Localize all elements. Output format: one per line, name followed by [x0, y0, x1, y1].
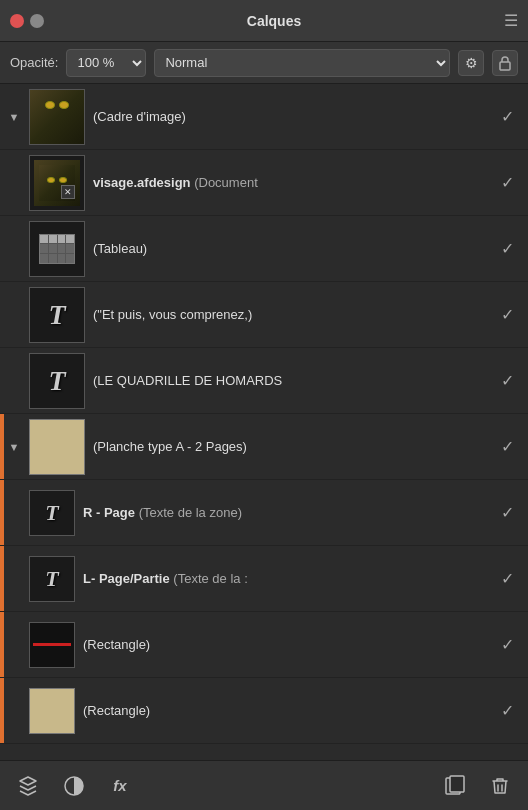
layer-expand[interactable]: ▼: [4, 111, 24, 123]
opacity-select[interactable]: 100 % 75 % 50 % 25 %: [66, 49, 146, 77]
layer-row[interactable]: T (LE QUADRILLE DE HOMARDS ✓: [0, 348, 528, 414]
layer-name: visage.afdesign (Document: [93, 175, 490, 190]
fx-icon[interactable]: fx: [104, 770, 136, 802]
layer-thumbnail: [29, 688, 75, 734]
layer-accent: [0, 282, 4, 347]
opacity-label: Opacité:: [10, 55, 58, 70]
layer-visibility-check[interactable]: ✓: [496, 568, 518, 590]
layer-row[interactable]: T R - Page (Texte de la zone) ✓: [0, 480, 528, 546]
layer-visibility-check[interactable]: ✓: [496, 502, 518, 524]
layer-name: (Rectangle): [83, 703, 490, 718]
layer-name: (Planche type A - 2 Pages): [93, 439, 490, 454]
delete-icon[interactable]: [484, 770, 516, 802]
layer-info: (Planche type A - 2 Pages): [93, 439, 490, 454]
panel-title: Calques: [44, 13, 504, 29]
thumbnail-tableau: [39, 234, 75, 264]
svg-rect-0: [500, 62, 510, 70]
layer-thumbnail: T: [29, 353, 85, 409]
layer-accent: [0, 678, 4, 743]
controls-row: Opacité: 100 % 75 % 50 % 25 % Normal Mul…: [0, 42, 528, 84]
thumbnail-owl: [47, 177, 67, 183]
layer-info: (Rectangle): [83, 637, 490, 652]
layer-thumbnail: ✕: [29, 155, 85, 211]
thumbnail-text: T: [48, 365, 65, 397]
layer-row[interactable]: ▼ (Planche type A - 2 Pages) ✓: [0, 414, 528, 480]
layer-thumbnail: T: [29, 490, 75, 536]
layer-accent: [0, 480, 4, 545]
layer-row[interactable]: ▼ (Cadre d'image) ✓: [0, 84, 528, 150]
layer-row[interactable]: (Rectangle) ✓: [0, 612, 528, 678]
thumbnail-decoration: ✕: [39, 165, 75, 201]
layer-visibility-check[interactable]: ✓: [496, 106, 518, 128]
layer-name: R - Page (Texte de la zone): [83, 505, 490, 520]
layer-thumbnail: [29, 419, 85, 475]
layer-visibility-check[interactable]: ✓: [496, 436, 518, 458]
layer-info: ("Et puis, vous comprenez,): [93, 307, 490, 322]
window-controls: [10, 14, 44, 28]
svg-rect-3: [450, 776, 464, 792]
drag-button[interactable]: [30, 14, 44, 28]
layer-info: R - Page (Texte de la zone): [83, 505, 490, 520]
layer-row[interactable]: T ("Et puis, vous comprenez,) ✓: [0, 282, 528, 348]
blend-mode-select[interactable]: Normal Multiply Screen Overlay: [154, 49, 450, 77]
layer-info: (Rectangle): [83, 703, 490, 718]
layer-visibility-check[interactable]: ✓: [496, 700, 518, 722]
layer-name: L- Page/Partie (Texte de la :: [83, 571, 490, 586]
layer-info: (LE QUADRILLE DE HOMARDS: [93, 373, 490, 388]
lock-icon[interactable]: [492, 50, 518, 76]
layer-visibility-check[interactable]: ✓: [496, 634, 518, 656]
menu-icon[interactable]: ☰: [504, 11, 518, 30]
layer-accent: [0, 546, 4, 611]
layer-row[interactable]: (Tableau) ✓: [0, 216, 528, 282]
layer-info: visage.afdesign (Document: [93, 175, 490, 190]
thumbnail-text: T: [48, 299, 65, 331]
layer-name: (Rectangle): [83, 637, 490, 652]
layer-accent: [0, 150, 4, 215]
layer-row[interactable]: ✕ visage.afdesign (Document ✓: [0, 150, 528, 216]
layer-thumbnail: T: [29, 556, 75, 602]
close-button[interactable]: [10, 14, 24, 28]
layer-accent: [0, 216, 4, 281]
layer-thumbnail: [29, 622, 75, 668]
thumbnail-rect-red: [30, 622, 74, 668]
layers-stack-icon[interactable]: [12, 770, 44, 802]
thumbnail-text: T: [45, 500, 58, 526]
layer-visibility-check[interactable]: ✓: [496, 370, 518, 392]
thumbnail-decoration: [45, 101, 69, 109]
layer-thumbnail: [29, 221, 85, 277]
layers-list: ▼ (Cadre d'image) ✓: [0, 84, 528, 760]
layer-expand[interactable]: ▼: [4, 441, 24, 453]
layer-thumbnail: T: [29, 287, 85, 343]
layer-row[interactable]: T L- Page/Partie (Texte de la : ✓: [0, 546, 528, 612]
layer-accent: [0, 612, 4, 677]
circle-icon[interactable]: [58, 770, 90, 802]
layer-visibility-check[interactable]: ✓: [496, 238, 518, 260]
layer-visibility-check[interactable]: ✓: [496, 172, 518, 194]
layer-info: L- Page/Partie (Texte de la :: [83, 571, 490, 586]
thumbnail-text: T: [45, 566, 58, 592]
layer-name: (Cadre d'image): [93, 109, 490, 124]
layer-name: (LE QUADRILLE DE HOMARDS: [93, 373, 490, 388]
layer-thumbnail: [29, 89, 85, 145]
layer-accent: [0, 348, 4, 413]
title-bar: Calques ☰: [0, 0, 528, 42]
layer-visibility-check[interactable]: ✓: [496, 304, 518, 326]
thumbnail-x: ✕: [61, 185, 75, 199]
new-layer-icon[interactable]: [438, 770, 470, 802]
layer-info: (Tableau): [93, 241, 490, 256]
layer-info: (Cadre d'image): [93, 109, 490, 124]
layer-row[interactable]: (Rectangle) ✓: [0, 678, 528, 744]
layer-name: (Tableau): [93, 241, 490, 256]
settings-icon[interactable]: ⚙: [458, 50, 484, 76]
layer-name: ("Et puis, vous comprenez,): [93, 307, 490, 322]
bottom-toolbar: fx: [0, 760, 528, 810]
